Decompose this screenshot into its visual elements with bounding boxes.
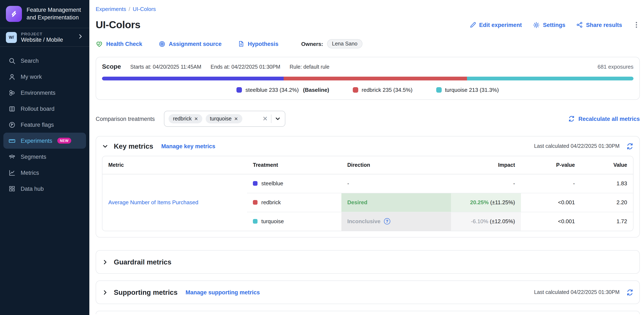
sidebar-item-data-hub[interactable]: Data hub: [3, 181, 86, 197]
header-actions: Edit experiment Settings Share results: [470, 21, 640, 29]
refresh-icon: [568, 115, 575, 122]
document-icon: [238, 40, 244, 47]
redbrick-swatch: [253, 200, 258, 205]
steelblue-swatch: [237, 87, 242, 93]
pvalue-value: -: [573, 180, 575, 187]
redbrick-swatch: [353, 87, 358, 93]
refresh-icon[interactable]: [626, 143, 634, 150]
recalculate-all-metrics-button[interactable]: Recalculate all metrics: [568, 115, 640, 122]
turquoise-swatch: [436, 87, 442, 93]
people-icon: [8, 153, 16, 160]
sidebar-item-search[interactable]: Search: [3, 53, 86, 69]
remove-chip-icon[interactable]: ✕: [234, 116, 238, 121]
kebab-menu-button[interactable]: [633, 21, 640, 29]
treatment-name: redbrick: [261, 199, 281, 206]
owner-pill[interactable]: Lena Sano: [327, 39, 362, 48]
hypothesis-link[interactable]: Hypothesis: [238, 40, 278, 47]
sidebar-item-experiments[interactable]: Experiments NEW: [3, 133, 86, 149]
manage-supporting-metrics-link[interactable]: Manage supporting metrics: [186, 289, 260, 296]
impact-ci: (±11.25%): [490, 199, 515, 206]
pvalue-value: <0.001: [558, 218, 575, 225]
main-content: Experiments / UI-Colors UI-Colors Edit e…: [89, 0, 644, 315]
ruler-icon: [8, 137, 16, 144]
refresh-icon[interactable]: [626, 289, 634, 296]
steelblue-swatch: [253, 181, 258, 186]
chip-turquoise[interactable]: turquoise ✕: [206, 114, 242, 123]
collapse-chevron-right-icon[interactable]: [102, 259, 108, 265]
project-switcher[interactable]: W/ PROJECT Website / Mobile: [0, 28, 89, 47]
settings-button[interactable]: Settings: [533, 21, 566, 28]
page-title: UI-Colors: [96, 19, 140, 31]
exposures-count: 681 exposures: [598, 64, 634, 70]
share-results-button[interactable]: Share results: [576, 21, 622, 28]
scope-title: Scope: [102, 63, 121, 70]
app-root: Feature Management and Experimentation W…: [0, 0, 644, 315]
chevron-down-icon[interactable]: [275, 116, 281, 122]
clear-selection-icon[interactable]: ✕: [262, 115, 268, 123]
guardrail-metrics-card: Guardrail metrics: [96, 250, 640, 274]
breadcrumb: Experiments / UI-Colors: [96, 6, 640, 12]
columns-icon: [8, 105, 16, 112]
scope-ends: Ends at: 04/22/2025 01:30PM: [210, 64, 280, 70]
next-section-card-edge: [96, 311, 640, 314]
scope-starts: Starts at: 04/20/2025 11:45AM: [130, 64, 201, 70]
app-title: Feature Management and Experimentation: [26, 6, 81, 21]
brand: Feature Management and Experimentation: [0, 0, 89, 28]
user-icon: [8, 73, 16, 80]
scope-rule: Rule: default rule: [290, 64, 330, 70]
direction-value: Desired: [347, 199, 367, 206]
search-icon: [8, 57, 16, 64]
sidebar-item-environments[interactable]: Environments: [3, 85, 86, 101]
collapse-chevron-right-icon[interactable]: [102, 289, 108, 296]
manage-key-metrics-link[interactable]: Manage key metrics: [161, 143, 215, 149]
edit-experiment-button[interactable]: Edit experiment: [470, 21, 522, 28]
key-metrics-card: Key metrics Manage key metrics Last calc…: [96, 136, 640, 238]
breadcrumb-current-link[interactable]: UI-Colors: [133, 6, 156, 12]
bar-segment-steelblue: [102, 77, 284, 80]
sidebar-item-feature-flags[interactable]: Feature flags: [3, 117, 86, 133]
legend-item-steelblue: steelblue 233 (34.2%) (Baseline): [237, 87, 329, 93]
direction-value: Inconclusive: [347, 218, 380, 225]
comparison-treatments-select[interactable]: redbrick ✕ turquoise ✕ ✕: [164, 111, 286, 127]
new-badge: NEW: [57, 138, 71, 144]
breadcrumb-separator: /: [129, 6, 130, 12]
chevron-right-icon: [77, 33, 84, 41]
impact-value: -6.10%: [471, 218, 488, 225]
owners: Owners: Lena Sano: [301, 39, 362, 48]
guardrail-metrics-title: Guardrail metrics: [114, 258, 171, 266]
sidebar-item-rollout-board[interactable]: Rollout board: [3, 101, 86, 117]
pencil-icon: [470, 21, 476, 28]
treatment-name: turquoise: [261, 218, 284, 225]
col-pvalue: P-value: [521, 156, 581, 174]
impact-value: -: [513, 180, 515, 187]
value-value: 1.83: [616, 180, 627, 187]
assignment-source-link[interactable]: Assignment source: [158, 40, 222, 47]
comparison-row: Comparison treatments redbrick ✕ turquoi…: [96, 111, 640, 127]
supporting-metrics-title: Supporting metrics: [114, 288, 178, 296]
col-metric: Metric: [102, 156, 247, 174]
collapse-chevron-down-icon[interactable]: [102, 143, 108, 149]
key-metrics-last-calculated: Last calculated 04/22/2025 01:30PM: [534, 143, 620, 149]
bar-segment-redbrick: [284, 77, 467, 80]
health-check-link[interactable]: Health Check: [96, 40, 142, 47]
app-logo-icon: [6, 6, 22, 22]
supporting-metrics-card: Supporting metrics Manage supporting met…: [96, 281, 640, 304]
pvalue-value: <0.001: [558, 199, 575, 206]
legend-item-turquoise: turquoise 213 (31.3%): [436, 87, 499, 93]
sidebar-item-my-work[interactable]: My work: [3, 69, 86, 85]
flag-circle-icon: [8, 121, 16, 128]
select-divider: [271, 115, 272, 123]
col-impact: Impact: [451, 156, 521, 174]
treatment-distribution-bar: [102, 77, 634, 80]
remove-chip-icon[interactable]: ✕: [194, 116, 198, 121]
grid-icon: [8, 185, 16, 192]
bar-segment-turquoise: [467, 77, 634, 80]
metric-name-link[interactable]: Average Number of Items Purchased: [108, 199, 198, 206]
sidebar-item-metrics[interactable]: Metrics: [3, 165, 86, 181]
help-icon[interactable]: ?: [384, 218, 390, 225]
chip-redbrick[interactable]: redbrick ✕: [169, 114, 202, 123]
value-value: 2.20: [616, 199, 627, 206]
breadcrumb-experiments-link[interactable]: Experiments: [96, 6, 126, 12]
kebab-icon: [633, 21, 640, 29]
sidebar-item-segments[interactable]: Segments: [3, 149, 86, 165]
